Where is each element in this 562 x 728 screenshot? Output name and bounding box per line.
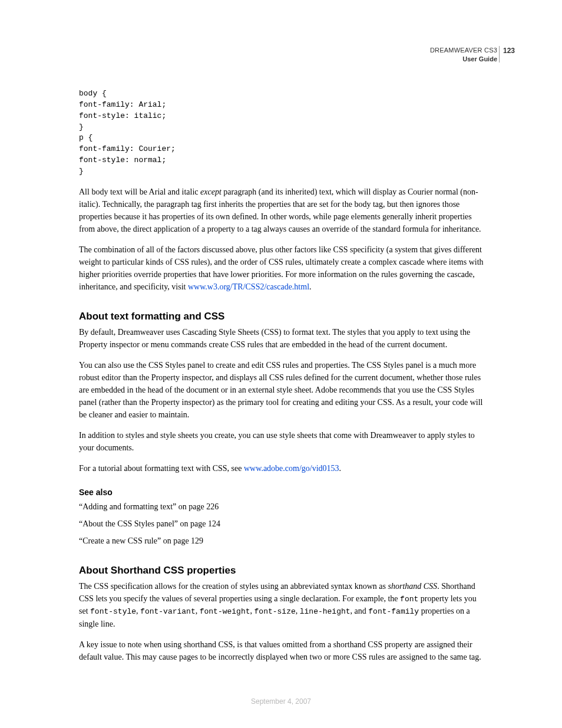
see-also-item: “Adding and formatting text” on page 226: [79, 500, 485, 513]
paragraph-builtin-sheets: In addition to styles and style sheets y…: [79, 429, 485, 454]
heading-text-formatting-css: About text formatting and CSS: [79, 311, 485, 322]
code-font: font: [400, 595, 418, 604]
page: DREAMWEAVER CS3 User Guide 123 body { fo…: [0, 0, 562, 728]
code-font-style: font-style: [90, 607, 136, 616]
doc-title: User Guide: [430, 55, 497, 64]
see-also-item: “About the CSS Styles panel” on page 124: [79, 518, 485, 530]
code-block-css-example: body { font-family: Arial; font-style: i…: [79, 88, 485, 177]
heading-see-also: See also: [79, 487, 485, 497]
content-area: body { font-family: Arial; font-style: i…: [79, 88, 485, 671]
paragraph-cascade: The combination of all of the factors di…: [79, 243, 485, 293]
paragraph-shorthand-intro: The CSS specification allows for the cre…: [79, 580, 485, 630]
product-name: DREAMWEAVER CS3: [430, 46, 497, 55]
text-run: ,: [196, 607, 200, 615]
link-adobe-vid0153[interactable]: www.adobe.com/go/vid0153: [244, 464, 339, 473]
text-run: ,: [296, 607, 300, 615]
heading-shorthand-css: About Shorthand CSS properties: [79, 565, 485, 577]
paragraph-tutorial-link: For a tutorial about formatting text wit…: [79, 462, 485, 475]
text-run: .: [309, 282, 312, 291]
paragraph-shorthand-issue: A key issue to note when using shorthand…: [79, 638, 485, 663]
emphasis-shorthand-css: shorthand CSS: [388, 582, 438, 591]
footer-date: September 4, 2007: [0, 697, 562, 706]
text-run: The CSS specification allows for the cre…: [79, 582, 388, 591]
code-line-height: line-height: [300, 607, 351, 616]
text-run: .: [339, 464, 342, 473]
text-run: ,: [250, 607, 254, 615]
text-run: For a tutorial about formatting text wit…: [79, 464, 244, 473]
page-number: 123: [499, 46, 515, 62]
code-font-variant: font-variant: [140, 607, 196, 616]
paragraph-default-css: By default, Dreamweaver uses Cascading S…: [79, 326, 485, 351]
see-also-list: “Adding and formatting text” on page 226…: [79, 500, 485, 547]
link-w3c-cascade[interactable]: www.w3.org/TR/CSS2/cascade.html: [188, 282, 309, 291]
code-font-weight: font-weight: [200, 607, 250, 616]
see-also-item: “Create a new CSS rule” on page 129: [79, 535, 485, 547]
paragraph-inheritance: All body text will be Arial and italic e…: [79, 186, 485, 235]
emphasis-except: except: [200, 187, 222, 196]
page-header: DREAMWEAVER CS3 User Guide 123: [430, 46, 497, 64]
text-run: All body text will be Arial and italic: [79, 187, 200, 196]
text-run: , and: [351, 607, 369, 615]
paragraph-css-styles-panel: You can also use the CSS Styles panel to…: [79, 359, 485, 421]
code-font-size: font-size: [254, 607, 296, 616]
code-font-family: font-family: [368, 607, 419, 616]
